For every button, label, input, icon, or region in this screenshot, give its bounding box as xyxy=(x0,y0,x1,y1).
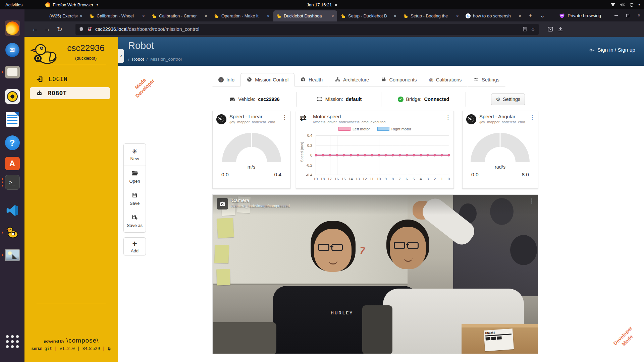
kebab-menu-icon[interactable]: ⋮ xyxy=(445,114,451,121)
robot-icon xyxy=(36,90,43,97)
dock-item-ubuntu-software[interactable]: A xyxy=(0,157,24,170)
tab-health[interactable]: Health xyxy=(294,73,329,86)
extension-icon[interactable] xyxy=(547,26,553,32)
system-tray[interactable]: ▾ xyxy=(611,2,644,7)
dock-item-files[interactable] xyxy=(0,66,24,78)
camera-topic: /camera_node/image/compressed xyxy=(231,204,290,208)
speedometer-icon xyxy=(216,114,226,124)
key-icon xyxy=(589,47,595,53)
list-tabs-button[interactable]: ⌄ xyxy=(536,12,549,19)
dashboard-sidebar: csc22936 (duckiebot) LOGIN ROBOT powered… xyxy=(24,37,118,362)
tab-close-icon[interactable]: × xyxy=(142,13,145,19)
app-menu[interactable]: Firefox Web Browser ▼ xyxy=(45,2,99,7)
tab-mission-control[interactable]: Mission Control xyxy=(240,73,294,86)
shield-icon[interactable] xyxy=(79,26,84,32)
files-icon xyxy=(5,66,20,78)
dock-item-app-grid[interactable] xyxy=(0,335,24,348)
clock[interactable]: Jan 17 16:21 xyxy=(307,2,337,7)
data-point xyxy=(448,154,450,156)
browser-tab[interactable]: Operation - Make it× xyxy=(211,10,273,21)
minimize-button[interactable] xyxy=(611,11,621,20)
dock-item-thunderbird[interactable]: ✉ xyxy=(0,43,24,57)
dock-item-vscode[interactable] xyxy=(0,204,24,219)
vehicle-status: Vehicle:csc22936 xyxy=(212,92,297,107)
activities-button[interactable]: Activities xyxy=(0,0,28,9)
tab-close-icon[interactable]: × xyxy=(456,13,459,19)
breadcrumb-page: Mission_control xyxy=(150,57,182,62)
sidebar-item-robot[interactable]: ROBOT xyxy=(30,87,110,99)
gridline xyxy=(316,175,449,175)
browser-tab[interactable]: Setup - Booting the× xyxy=(400,10,462,21)
back-button[interactable]: ← xyxy=(29,24,41,35)
open-button[interactable]: Open xyxy=(124,166,146,188)
close-button[interactable]: × xyxy=(634,11,644,20)
tab-calibrations[interactable]: ◎Calibrations xyxy=(423,73,468,86)
motor-speed-chart xyxy=(316,135,449,175)
browser-tab[interactable]: Calibration - Camer× xyxy=(149,10,210,21)
firefox-mini-icon xyxy=(45,2,50,7)
x-tick-label: 6 xyxy=(406,177,408,181)
downloads-icon[interactable] xyxy=(557,26,564,32)
browser-tab[interactable]: Calibration - Wheel× xyxy=(86,10,148,21)
tab-close-icon[interactable]: × xyxy=(394,13,396,19)
kebab-menu-icon[interactable]: ⋮ xyxy=(282,114,287,121)
save-button[interactable]: Save xyxy=(124,188,146,210)
gauge-unit: m/s xyxy=(213,164,290,170)
tab-info[interactable]: iInfo xyxy=(212,73,240,86)
browser-tab[interactable]: (W25) Exercise 1 - Duc× xyxy=(46,10,86,21)
tab-close-icon[interactable]: × xyxy=(205,13,207,19)
dock-item-libreoffice-writer[interactable] xyxy=(0,112,24,127)
sidebar-collapse-button[interactable]: ‹ xyxy=(118,49,124,63)
new-tab-button[interactable]: + xyxy=(525,12,536,19)
dock-item-rhythmbox[interactable] xyxy=(0,89,24,104)
dock-item-duckietown[interactable] xyxy=(0,226,24,240)
new-button[interactable]: ✳New xyxy=(124,144,146,166)
forward-button[interactable]: → xyxy=(42,24,53,35)
save-as-button[interactable]: Save as xyxy=(124,210,146,232)
kebab-menu-icon[interactable]: ⋮ xyxy=(529,114,535,121)
x-tick-label: 2 xyxy=(434,177,436,181)
kebab-menu-icon[interactable]: ⋮ xyxy=(529,197,534,204)
chevron-down-icon: ▼ xyxy=(96,3,99,6)
signin-button[interactable]: Sign in / Sign up xyxy=(589,47,635,53)
settings-button[interactable]: ⚙ Settings xyxy=(491,94,525,105)
tab-label: Settings xyxy=(482,77,499,82)
reload-button[interactable]: ↻ xyxy=(54,24,65,35)
insecure-lock-icon[interactable] xyxy=(87,26,92,32)
add-button[interactable]: +Add xyxy=(123,237,146,255)
dock-item-image-viewer[interactable] xyxy=(0,249,24,261)
tab-architecture[interactable]: Architecture xyxy=(329,73,375,86)
private-browsing-indicator: Private browsing xyxy=(559,13,601,18)
browser-tab[interactable]: Duckiebot Dashboa× xyxy=(273,10,337,21)
browser-tab[interactable]: Ghow to do screensh× xyxy=(463,10,524,21)
tab-close-icon[interactable]: × xyxy=(267,13,270,19)
browser-tab[interactable]: Setup - Duckiebot D× xyxy=(338,10,399,21)
dock-item-terminal[interactable]: >_ xyxy=(0,175,24,190)
reader-view-icon[interactable] xyxy=(522,26,527,32)
gridline xyxy=(316,135,449,136)
dock-item-help[interactable]: ? xyxy=(0,135,24,150)
tab-close-icon[interactable]: × xyxy=(80,13,83,19)
gauge-max: 8.0 xyxy=(522,172,529,178)
media-indicator-dot xyxy=(335,4,337,6)
restore-button[interactable] xyxy=(623,11,633,20)
vscode-icon xyxy=(6,204,19,219)
url-text[interactable]: csc22936.local/dashboard/robot/mission_c… xyxy=(95,26,519,32)
breadcrumb-root[interactable]: Robot xyxy=(132,57,144,62)
tab-close-icon[interactable]: × xyxy=(331,13,334,19)
bookmark-star-icon[interactable]: ☆ xyxy=(531,26,535,33)
bridge-label: Bridge: xyxy=(406,97,422,102)
powered-by: powered by\compose\ xyxy=(24,337,118,344)
x-tick-label: 14 xyxy=(348,177,353,181)
data-point xyxy=(441,154,443,156)
tab-settings[interactable]: Settings xyxy=(468,73,505,86)
browser-nav-bar: ← → ↻ csc22936.local/dashboard/robot/mis… xyxy=(24,21,644,37)
tab-components[interactable]: Components xyxy=(375,73,423,86)
dock-item-firefox[interactable] xyxy=(0,20,24,36)
tab-close-icon[interactable]: × xyxy=(519,13,521,19)
x-tick-label: 17 xyxy=(327,177,332,181)
url-bar[interactable]: csc22936.local/dashboard/robot/mission_c… xyxy=(75,24,539,35)
layout-toolbar: ✳NewOpenSaveSave as+Add xyxy=(123,143,146,255)
camera-feed: 7 xyxy=(213,195,538,354)
sidebar-item-login[interactable]: LOGIN xyxy=(30,73,110,85)
